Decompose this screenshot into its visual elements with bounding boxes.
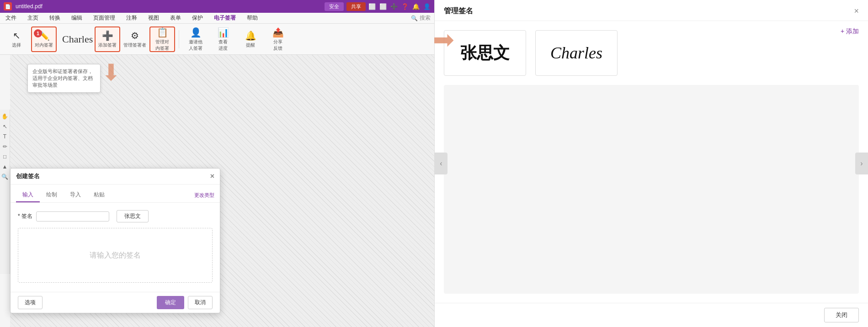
right-panel-content-area [444, 85, 859, 294]
right-panel: ‹ › 管理签名 × + 添加 张思文 Charles 关闭 [434, 0, 868, 327]
app-icon: 📄 [4, 2, 12, 11]
progress-icon: 📊 [218, 27, 229, 38]
sign-self-label: 对内签署 [35, 42, 53, 48]
left-panel: 📄 untitled.pdf 安全 共享 ⬜ ⬜ ➕ ❓ 🔔 👤 文件 主页 转… [0, 0, 434, 327]
search-icon: 🔍 [411, 15, 418, 21]
menu-item-protect[interactable]: 保护 [190, 13, 205, 23]
menu-item-pages[interactable]: 页面管理 [91, 13, 117, 23]
progress-label: 查看进度 [218, 39, 228, 52]
sig-card-english[interactable]: Charles [535, 30, 618, 76]
sig-chinese-text: 张思文 [460, 42, 510, 64]
signature-preview: 请输入您的签名 [18, 228, 213, 283]
nav-right-icon: › [860, 159, 863, 168]
toolbar-btn-remind[interactable]: 🔔 提醒 [238, 26, 263, 52]
dialog-body: * 签名 张思文 请输入您的签名 [11, 203, 220, 292]
main-area: ✋ ↖ T ✏ □ ▲ 🔍 ⬇ ‹ 创建签名 创建签名 × 输入 绘制 [0, 55, 434, 327]
tooltip-popup: 企业版号和证签署者保存，适用于企业对内签署、文档审批等场景 [27, 64, 101, 93]
toolbar-btn-manage[interactable]: ⚙ 管理签署者 [122, 26, 148, 52]
toolbar-btn-select[interactable]: ↖ 选择 [4, 26, 29, 52]
dialog-footer: 选项 确定 取消 [11, 292, 220, 313]
search-area: 🔍 搜索 [411, 14, 431, 22]
menu-item-file[interactable]: 文件 [4, 13, 18, 23]
toolbar-btn-add-sign[interactable]: ➕ 添加签署 [95, 26, 120, 52]
sign-input[interactable] [36, 211, 109, 222]
manage-label: 管理签署者 [123, 42, 146, 48]
manage-in-label: 管理对内签署 [155, 39, 169, 52]
share-feedback-icon: 📤 [272, 27, 284, 38]
icon-4[interactable]: ❓ [401, 3, 409, 10]
tab-input[interactable]: 输入 [16, 188, 40, 202]
dialog-title: 创建签名 [16, 172, 40, 180]
dialog-title-bar: 创建签名 × [11, 169, 220, 185]
add-sign-icon: ➕ [102, 30, 113, 41]
right-panel-add-btn[interactable]: + 添加 [841, 27, 859, 36]
share-button[interactable]: 共享 [346, 2, 366, 11]
menu-item-form[interactable]: 表单 [168, 13, 183, 23]
cancel-btn[interactable]: 取消 [188, 296, 213, 309]
options-btn[interactable]: 选项 [18, 296, 43, 309]
icon-2[interactable]: ⬜ [379, 3, 387, 10]
share-feedback-label: 分享反馈 [273, 39, 282, 52]
search-label: 搜索 [420, 14, 431, 22]
signatures-container: 张思文 Charles [435, 21, 868, 85]
menu-item-edit[interactable]: 编辑 [69, 13, 84, 23]
tool-highlight[interactable]: ▲ [1, 163, 9, 171]
menu-item-annotate[interactable]: 注释 [124, 13, 139, 23]
tooltip-text: 企业版号和证签署者保存，适用于企业对内签署、文档审批等场景 [32, 69, 93, 88]
tab-import[interactable]: 导入 [64, 188, 87, 202]
dialog-tabs: 输入 绘制 导入 粘贴 更改类型 [11, 185, 220, 203]
title-bar-right: 安全 共享 ⬜ ⬜ ➕ ❓ 🔔 👤 [325, 2, 431, 11]
signature-preview-text: 请输入您的签名 [90, 251, 141, 260]
name-suggestion-btn[interactable]: 张思文 [117, 210, 149, 222]
right-panel-header: 管理签名 × [435, 0, 868, 21]
toolbar-btn-sign-self[interactable]: 1 ✏️ 对内签署 [31, 26, 57, 52]
manage-icon: ⚙ [131, 30, 139, 41]
right-close-btn[interactable]: 关闭 [824, 308, 859, 322]
menu-item-esign[interactable]: 电子签署 [212, 13, 238, 23]
select-icon: ↖ [13, 30, 21, 41]
dialog-close-btn[interactable]: × [210, 172, 214, 180]
tool-text[interactable]: T [1, 132, 9, 141]
toolbar-btn-progress[interactable]: 📊 查看进度 [210, 26, 236, 52]
tab-draw[interactable]: 绘制 [40, 188, 64, 202]
remind-label: 提醒 [246, 42, 255, 48]
tool-hand[interactable]: ✋ [1, 112, 9, 121]
tab-paste[interactable]: 粘贴 [87, 188, 111, 202]
icon-5[interactable]: 🔔 [412, 3, 420, 10]
icon-3[interactable]: ➕ [390, 3, 398, 10]
title-bar-left: 📄 untitled.pdf [4, 2, 43, 11]
toolbar-btn-invite[interactable]: 👤 邀请他人签署 [183, 26, 208, 52]
tool-cursor[interactable]: ↖ [1, 122, 9, 131]
right-panel-title: 管理签名 [444, 6, 473, 16]
menu-item-home[interactable]: 主页 [26, 13, 40, 23]
menu-item-view[interactable]: 视图 [146, 13, 161, 23]
sign-field: * 签名 张思文 [18, 210, 213, 222]
manage-in-icon: 📋 [157, 27, 168, 38]
nav-arrow-left-btn[interactable]: ‹ [435, 153, 447, 174]
right-panel-close-btn[interactable]: × [854, 6, 859, 16]
select-label: 选择 [12, 42, 21, 48]
icon-6[interactable]: 👤 [423, 3, 431, 10]
toolbar: ↖ 选择 1 ✏️ 对内签署 Charles ➕ 添加签署 ⚙ 管理签署者 📋 … [0, 24, 434, 55]
tool-zoom[interactable]: 🔍 [1, 173, 9, 181]
menu-item-help[interactable]: 帮助 [245, 13, 260, 23]
sig-card-chinese[interactable]: 张思文 [444, 30, 526, 76]
arrow-down-indicator: ⬇ [101, 59, 121, 86]
tool-shape[interactable]: □ [1, 153, 9, 161]
nav-arrow-right-btn[interactable]: › [855, 153, 868, 174]
left-sidebar-tools: ✋ ↖ T ✏ □ ▲ 🔍 [0, 110, 10, 274]
charles-toolbar-text: Charles [62, 33, 93, 45]
tool-pen[interactable]: ✏ [1, 142, 9, 151]
dialog-footer-right: 确定 取消 [157, 296, 213, 309]
icon-1[interactable]: ⬜ [368, 3, 376, 10]
title-bar-icons: ⬜ ⬜ ➕ ❓ 🔔 👤 [368, 3, 431, 10]
invite-icon: 👤 [190, 27, 202, 38]
toolbar-btn-manage-in[interactable]: 📋 管理对内签署 [149, 26, 175, 52]
add-sign-label: 添加签署 [98, 42, 117, 48]
menu-item-convert[interactable]: 转换 [48, 13, 62, 23]
create-signature-dialog: 创建签名 × 输入 绘制 导入 粘贴 更改类型 * 签名 张思文 请输入您的签名 [10, 168, 220, 313]
more-types-btn[interactable]: 更改类型 [194, 192, 214, 199]
confirm-btn[interactable]: 确定 [157, 296, 184, 309]
toolbar-btn-share-feedback[interactable]: 📤 分享反馈 [265, 26, 291, 52]
save-button[interactable]: 安全 [325, 2, 344, 11]
